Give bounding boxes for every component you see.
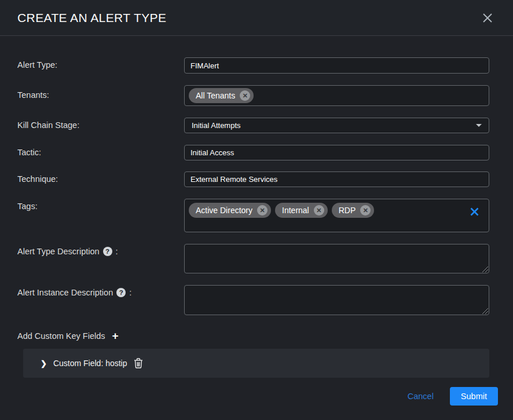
delete-custom-field-button[interactable] — [134, 358, 143, 368]
alert-type-label: Alert Type: — [17, 57, 184, 70]
tag-chip-label: Active Directory — [196, 206, 252, 215]
alert-type-input[interactable] — [184, 57, 489, 74]
remove-tenant-icon[interactable]: ✕ — [240, 90, 250, 101]
tactic-input[interactable] — [184, 145, 489, 160]
row-technique: Technique: — [17, 171, 489, 187]
row-alert-type-description: Alert Type Description ? : — [17, 244, 489, 273]
alert-type-description-label: Alert Type Description ? : — [17, 244, 184, 256]
help-icon[interactable]: ? — [103, 247, 112, 256]
technique-label: Technique: — [17, 171, 184, 184]
row-tactic: Tactic: — [17, 145, 489, 160]
tag-chip-label: Internal — [282, 206, 309, 215]
help-icon[interactable]: ? — [116, 288, 126, 297]
custom-field-label: Custom Field: hostip — [53, 359, 127, 368]
custom-key-fields-section: Add Custom Key Fields + — [17, 331, 489, 341]
tenant-chip-label: All Tenants — [196, 91, 235, 100]
submit-button[interactable]: Submit — [450, 387, 498, 406]
tag-chip: RDP ✕ — [332, 203, 375, 218]
tactic-label: Tactic: — [17, 145, 184, 157]
tag-chip: Active Directory ✕ — [189, 203, 271, 218]
technique-input[interactable] — [184, 171, 489, 187]
tag-chip: Internal ✕ — [275, 203, 328, 218]
alert-instance-description-textarea[interactable] — [184, 285, 489, 315]
close-button[interactable] — [479, 10, 496, 26]
custom-field-row[interactable]: ❯ Custom Field: hostip — [23, 349, 489, 378]
row-kill-chain-stage: Kill Chain Stage: Initial Attempts — [17, 118, 489, 133]
kill-chain-stage-value: Initial Attempts — [192, 121, 241, 130]
create-alert-type-modal: CREATE AN ALERT TYPE Alert Type: Tenants… — [0, 0, 513, 420]
trash-icon — [134, 358, 143, 368]
remove-tag-icon[interactable]: ✕ — [257, 205, 268, 216]
kill-chain-stage-label: Kill Chain Stage: — [17, 118, 184, 130]
clear-tags-icon — [470, 207, 479, 217]
modal-header: CREATE AN ALERT TYPE — [0, 0, 513, 36]
row-tags: Tags: Active Directory ✕ Internal ✕ RDP … — [17, 199, 489, 232]
remove-tag-icon[interactable]: ✕ — [314, 205, 324, 216]
close-icon — [482, 12, 493, 24]
cancel-button[interactable]: Cancel — [408, 392, 434, 401]
tags-input[interactable]: Active Directory ✕ Internal ✕ RDP ✕ — [184, 199, 489, 232]
tenants-input[interactable]: All Tenants ✕ — [184, 85, 489, 106]
modal-footer: Cancel Submit — [17, 387, 498, 406]
row-tenants: Tenants: All Tenants ✕ — [17, 85, 489, 106]
plus-icon: + — [112, 330, 119, 342]
row-alert-instance-description: Alert Instance Description ? : — [17, 285, 489, 315]
clear-tags-button[interactable] — [468, 205, 481, 218]
alert-type-description-textarea[interactable] — [184, 244, 489, 273]
chevron-right-icon[interactable]: ❯ — [41, 359, 47, 368]
modal-title: CREATE AN ALERT TYPE — [17, 11, 166, 25]
modal-body: Alert Type: Tenants: All Tenants ✕ Kill … — [0, 36, 513, 420]
chevron-down-icon — [476, 124, 482, 127]
kill-chain-stage-select[interactable]: Initial Attempts — [184, 118, 489, 133]
alert-instance-description-label: Alert Instance Description ? : — [17, 285, 184, 297]
custom-key-fields-label: Add Custom Key Fields — [17, 331, 105, 341]
tenant-chip: All Tenants ✕ — [189, 88, 254, 103]
remove-tag-icon[interactable]: ✕ — [360, 205, 371, 216]
add-custom-field-button[interactable]: + — [112, 331, 119, 341]
tag-chip-label: RDP — [339, 206, 356, 215]
tenants-label: Tenants: — [17, 85, 184, 100]
tags-label: Tags: — [17, 199, 184, 211]
row-alert-type: Alert Type: — [17, 57, 489, 74]
